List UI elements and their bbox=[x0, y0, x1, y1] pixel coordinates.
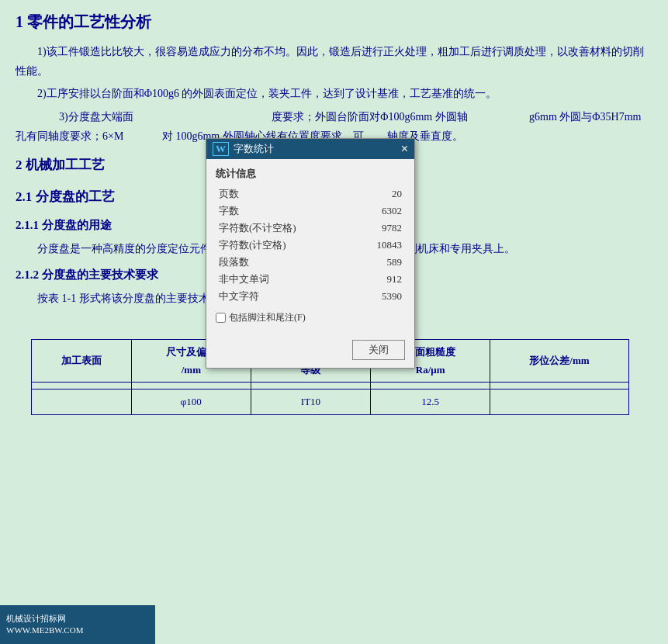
col-header-form: 形位公差/mm bbox=[490, 339, 629, 383]
stat-value-chars-nospace: 9782 bbox=[353, 220, 405, 237]
stat-value-chars-space: 10843 bbox=[353, 237, 405, 254]
cell-tolerance-2: IT10 bbox=[251, 390, 370, 414]
footnote-checkbox-row: 包括脚注和尾注(F) bbox=[216, 311, 405, 324]
stat-value-pages: 20 bbox=[353, 185, 405, 203]
dialog-body: 统计信息 页数 20 字数 6302 字符数(不计空格) 9782 bbox=[206, 159, 414, 340]
stat-label-chars-space: 字符数(计空格) bbox=[216, 237, 353, 254]
dialog-title-icon: W bbox=[213, 142, 229, 156]
stat-label-chars-nospace: 字符数(不计空格) bbox=[216, 220, 353, 237]
stat-row-pages: 页数 20 bbox=[216, 185, 405, 203]
bottom-bar-line2: WWW.ME2BW.COM bbox=[6, 625, 83, 636]
cell-form-1 bbox=[490, 383, 629, 390]
cell-tolerance-1 bbox=[251, 383, 370, 390]
table-row bbox=[32, 383, 628, 390]
dialog-footer: 关闭 bbox=[206, 340, 414, 368]
col-header-surface: 加工表面 bbox=[32, 339, 131, 383]
stat-label-words: 字数 bbox=[216, 203, 353, 220]
stat-row-chars-nospace: 字符数(不计空格) 9782 bbox=[216, 220, 405, 237]
stat-row-non-chinese-words: 非中文单词 912 bbox=[216, 271, 405, 288]
cell-surface-1 bbox=[32, 383, 131, 390]
stat-row-chars-space: 字符数(计空格) 10843 bbox=[216, 237, 405, 254]
word-count-dialog: W 字数统计 × 统计信息 页数 20 字数 6302 字符 bbox=[206, 138, 415, 369]
cell-size-2: φ100 bbox=[131, 390, 251, 414]
section1-title: 1 零件的工艺性分析 bbox=[16, 8, 645, 36]
stat-label-chinese: 中文字符 bbox=[216, 288, 353, 305]
dialog-title-text: 字数统计 bbox=[234, 142, 274, 156]
stat-label-pages: 页数 bbox=[216, 185, 353, 203]
table-row: φ100 IT10 12.5 bbox=[32, 390, 628, 414]
dialog-stats-title: 统计信息 bbox=[216, 167, 405, 181]
footnote-checkbox[interactable] bbox=[216, 313, 226, 323]
stat-value-non-chinese: 912 bbox=[353, 271, 405, 288]
dialog-close-button[interactable]: 关闭 bbox=[352, 340, 405, 360]
stats-table: 页数 20 字数 6302 字符数(不计空格) 9782 字符数(计空格) 10… bbox=[216, 185, 405, 305]
stat-label-paragraphs: 段落数 bbox=[216, 254, 353, 271]
paragraph-2: 2)工序安排以台阶面和Φ100g6 的外圆表面定位，装夹工件，达到了设计基准，工… bbox=[16, 84, 645, 103]
stat-value-words: 6302 bbox=[353, 203, 405, 220]
cell-roughness-1 bbox=[371, 383, 490, 390]
bottom-bar: 机械设计招标网 WWW.ME2BW.COM bbox=[0, 605, 155, 644]
stat-value-chinese: 5390 bbox=[353, 288, 405, 305]
footnote-checkbox-label: 包括脚注和尾注(F) bbox=[229, 311, 306, 324]
cell-roughness-2: 12.5 bbox=[371, 390, 490, 414]
bottom-bar-line1: 机械设计招标网 bbox=[6, 613, 83, 625]
stat-row-words: 字数 6302 bbox=[216, 203, 405, 220]
stat-row-chinese-chars: 中文字符 5390 bbox=[216, 288, 405, 305]
dialog-close-x-button[interactable]: × bbox=[401, 143, 408, 155]
cell-form-2 bbox=[490, 390, 629, 414]
paragraph-1: 1)该工件锻造比比较大，很容易造成应力的分布不均。因此，锻造后进行正火处理，粗加… bbox=[16, 42, 645, 81]
bottom-bar-text: 机械设计招标网 WWW.ME2BW.COM bbox=[6, 613, 83, 637]
stat-value-paragraphs: 589 bbox=[353, 254, 405, 271]
dialog-titlebar: W 字数统计 × bbox=[206, 139, 414, 159]
cell-size-1 bbox=[131, 383, 251, 390]
cell-surface-2 bbox=[32, 390, 131, 414]
stat-row-paragraphs: 段落数 589 bbox=[216, 254, 405, 271]
stat-label-non-chinese: 非中文单词 bbox=[216, 271, 353, 288]
